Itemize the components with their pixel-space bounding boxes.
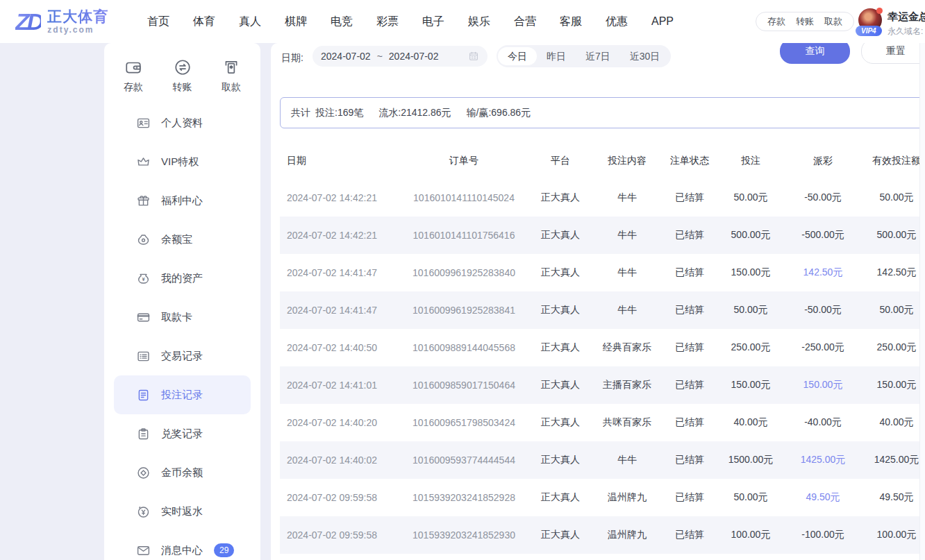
cell-订单号: 1016009961925283840 [398,267,530,278]
cell-平台: 正大真人 [530,229,591,241]
cell-派彩: 1425.00元 [785,454,860,466]
nav-item-6[interactable]: 电子 [422,15,444,29]
cell-有效投注额: 49.50元 [860,491,925,504]
sidebar-item-7[interactable]: 投注记录 [114,375,251,414]
cell-派彩: 150.00元 [785,379,860,391]
brand-name: 正大体育 [47,8,108,24]
main-nav: 首页体育真人棋牌电竞彩票电子娱乐合营客服优惠APP [147,0,674,43]
date-range-input[interactable]: 2024-07-02 ~ 2024-07-02 [312,46,488,67]
nav-item-0[interactable]: 首页 [147,15,169,29]
nav-item-2[interactable]: 真人 [239,15,261,29]
gift-icon [136,194,151,208]
sidebar-quick-actions: 存款 转账 取款 [104,43,260,94]
range-option-2[interactable]: 近7日 [576,47,620,65]
calendar-icon[interactable] [468,51,479,62]
sidebar-item-5[interactable]: 取款卡 [104,298,260,337]
cell-投注内容: 共咪百家乐 [591,416,663,429]
table-row: 2024-07-02 09:59:581015939203241852928正大… [280,479,925,516]
cell-有效投注额: 50.00元 [860,304,925,316]
money-pouch-icon [136,232,151,247]
cell-投注内容: 牛牛 [591,192,663,204]
wallet-quick-links: 存款转账取款 [756,12,854,31]
nav-item-5[interactable]: 彩票 [376,15,399,29]
cell-日期: 2024-07-02 14:40:02 [280,455,398,466]
nav-item-9[interactable]: 客服 [560,15,582,29]
unread-badge: 29 [214,543,234,557]
scrollbar[interactable] [919,43,925,560]
cell-订单号: 1016010141110145024 [398,192,530,203]
date-filter-label: 日期: [281,52,303,65]
summary-item-0: 投注:169笔 [315,107,363,119]
sidebar-item-9[interactable]: 金币余额 [104,453,260,492]
cell-投注内容: 温州牌九 [591,491,663,504]
cell-投注: 100.00元 [716,529,785,541]
username: 幸运金总 [888,10,925,24]
date-separator: ~ [377,51,383,62]
nav-item-11[interactable]: APP [651,15,674,28]
cell-平台: 正大真人 [530,266,591,279]
cell-注单状态: 已结算 [663,454,716,466]
cell-投注内容: 牛牛 [591,454,663,466]
sidebar-item-11[interactable]: 消息中心 29 [104,531,260,560]
top-bar: ZD 正大体育 zdty.com 首页体育真人棋牌电竞彩票电子娱乐合营客服优惠A… [0,0,925,43]
sidebar-item-4[interactable]: ¥我的资产 [104,259,260,298]
nav-item-7[interactable]: 娱乐 [468,15,490,29]
wallet-link-2[interactable]: 取款 [824,15,842,28]
column-header-1: 订单号 [398,155,530,167]
vip-crown-icon [136,155,151,169]
cell-投注内容: 牛牛 [591,304,663,316]
sidebar-item-2[interactable]: 福利中心 [104,181,260,220]
quick-action-2[interactable]: 取款 [222,58,241,94]
wallet-link-1[interactable]: 转账 [796,15,814,28]
cell-投注内容: 牛牛 [591,266,663,279]
nav-item-4[interactable]: 电竞 [331,15,353,29]
nav-item-8[interactable]: 合营 [514,15,536,29]
cell-有效投注额: 50.00元 [860,192,925,204]
cell-派彩: 49.50元 [785,491,860,504]
cell-有效投注额: 150.00元 [860,379,925,391]
cell-有效投注额: 40.00元 [860,416,925,429]
date-from: 2024-07-02 [321,51,371,62]
table-row: 2024-07-02 14:40:021016009593774444544正大… [280,441,925,479]
sidebar-item-0[interactable]: 个人资料 [104,103,260,142]
quick-action-0[interactable]: 存款 [124,58,143,94]
wallet-link-0[interactable]: 存款 [767,15,785,28]
sidebar-item-6[interactable]: 交易记录 [104,337,260,375]
reset-button[interactable]: 重置 [861,43,925,64]
date-quick-ranges: 今日昨日近7日近30日 [497,45,671,67]
range-option-0[interactable]: 今日 [498,47,537,65]
cell-日期: 2024-07-02 09:59:58 [280,492,398,503]
table-row: 2024-07-02 09:59:581015939203241852930正大… [280,516,925,554]
brand-logo[interactable]: ZD 正大体育 zdty.com [15,6,108,37]
sidebar-item-8[interactable]: 兑奖记录 [104,414,260,453]
rebate-icon [136,504,151,519]
cell-派彩: -40.00元 [785,416,860,429]
nav-item-3[interactable]: 棋牌 [285,15,307,29]
nav-item-10[interactable]: 优惠 [606,15,628,29]
table-header-row: 日期订单号平台投注内容注单状态投注派彩有效投注额 [280,142,925,179]
transfer-icon [174,58,192,76]
query-button[interactable]: 查询 [780,43,850,64]
quick-action-1[interactable]: 转账 [173,58,192,94]
cell-派彩: -100.00元 [785,529,860,541]
sidebar-item-3[interactable]: 余额宝 [104,220,260,259]
bet-records-icon [136,388,151,402]
sidebar-item-1[interactable]: VIP特权 [104,142,260,181]
cell-投注: 50.00元 [716,304,785,316]
svg-text:¥: ¥ [142,275,145,282]
cell-订单号: 1016009859017150464 [398,380,530,391]
cell-投注: 1500.00元 [716,454,785,466]
column-header-6: 派彩 [785,155,860,167]
notification-dot-icon [876,8,883,14]
cell-日期: 2024-07-02 14:40:20 [280,417,398,428]
cell-有效投注额: 100.00元 [860,529,925,541]
range-option-3[interactable]: 近30日 [620,47,670,65]
cell-投注内容: 温州牌九 [591,529,663,541]
range-option-1[interactable]: 昨日 [537,47,576,65]
cell-派彩: -500.00元 [785,229,860,241]
withdraw-icon [222,58,240,76]
table-row: 2024-07-02 14:41:471016009961925283841正大… [280,291,925,329]
cell-订单号: 1016009961925283841 [398,305,530,316]
sidebar-item-10[interactable]: 实时返水 [104,492,260,531]
nav-item-1[interactable]: 体育 [193,15,215,29]
